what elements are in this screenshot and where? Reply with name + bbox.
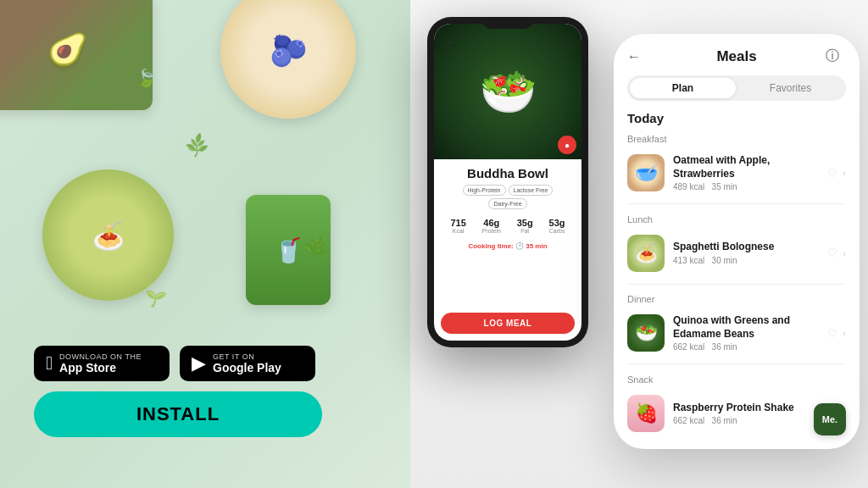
oatmeal-chevron-icon[interactable]: › bbox=[843, 168, 846, 178]
app-store-text: Download on the App Store bbox=[59, 352, 142, 374]
quinoa-chevron-icon[interactable]: › bbox=[843, 328, 846, 338]
stat-carbs: 53g Carbs bbox=[549, 218, 565, 234]
google-play-mainlabel: Google Play bbox=[213, 361, 281, 374]
dinner-label: Dinner bbox=[627, 294, 846, 304]
install-button[interactable]: INSTALL bbox=[34, 391, 322, 437]
lunch-item[interactable]: 🍝 Spaghetti Bolognese 413 kcal 30 min ♡ … bbox=[627, 231, 846, 275]
quinoa-image: 🥗 bbox=[627, 314, 665, 352]
shake-meta: 662 kcal 36 min bbox=[673, 416, 819, 425]
quinoa-meta: 662 kcal 36 min bbox=[673, 342, 819, 352]
quinoa-name: Quinoa with Greens and Edamame Beans bbox=[673, 314, 819, 341]
meals-screen-title: Meals bbox=[648, 48, 826, 65]
apple-icon:  bbox=[46, 352, 53, 374]
pasta-chevron-icon[interactable]: › bbox=[843, 248, 846, 258]
dinner-item[interactable]: 🥗 Quinoa with Greens and Edamame Beans 6… bbox=[627, 311, 846, 355]
phone-dark-mockup: ← ♡ 🥗 ● Buddha Bowl High-Protein Lactose… bbox=[427, 17, 588, 347]
leaf-decoration-1: 🌿 bbox=[183, 131, 212, 159]
pasta-meta: 413 kcal 30 min bbox=[673, 256, 819, 265]
google-play-text: GET IT ON Google Play bbox=[213, 352, 281, 374]
app-store-sublabel: Download on the bbox=[59, 352, 142, 361]
leaf-decoration-4: 🍃 bbox=[136, 68, 157, 88]
phone-dark-screen: ← ♡ 🥗 ● Buddha Bowl High-Protein Lactose… bbox=[434, 24, 581, 341]
snack-label: Snack bbox=[627, 374, 846, 385]
divider-1 bbox=[627, 203, 846, 204]
oatmeal-info: Oatmeal with Apple, Strawberries 489 kca… bbox=[673, 154, 819, 191]
meals-header: ← Meals ⓘ bbox=[627, 47, 846, 69]
divider-3 bbox=[627, 363, 846, 364]
meal-badge: ● bbox=[558, 136, 576, 154]
breakfast-item[interactable]: 🥣 Oatmeal with Apple, Strawberries 489 k… bbox=[627, 151, 846, 195]
food-avocado-toast: 🥑 bbox=[0, 0, 153, 110]
back-icon-dark[interactable]: ← bbox=[446, 36, 458, 49]
stat-kcal: 715 Kcal bbox=[450, 218, 465, 234]
cooking-time-value: 35 min bbox=[526, 242, 547, 250]
stat-protein: 46g Protein bbox=[482, 218, 501, 234]
divider-2 bbox=[627, 284, 846, 285]
google-play-sublabel: GET IT ON bbox=[213, 352, 281, 361]
phones-showcase-area: ← ♡ 🥗 ● Buddha Bowl High-Protein Lactose… bbox=[410, 0, 868, 488]
pasta-info: Spaghetti Bolognese 413 kcal 30 min bbox=[673, 241, 819, 265]
log-meal-button[interactable]: LOG MEAL bbox=[441, 313, 575, 334]
meals-tab-bar: Plan Favorites bbox=[627, 75, 846, 101]
phone-notch bbox=[482, 17, 533, 29]
cooking-time: Cooking time: 🕐 35 min bbox=[442, 242, 573, 250]
meal-stats-row: 715 Kcal 46g Protein 35g Fat 53g Carbs bbox=[442, 214, 573, 238]
pasta-heart-icon[interactable]: ♡ bbox=[827, 247, 837, 259]
store-buttons-group:  Download on the App Store ▶ GET IT ON … bbox=[34, 346, 322, 381]
shake-info: Raspberry Protein Shake 662 kcal 36 min bbox=[673, 402, 819, 426]
left-cta-area:  Download on the App Store ▶ GET IT ON … bbox=[34, 346, 322, 437]
oatmeal-image: 🥣 bbox=[627, 154, 665, 191]
phone-white-mockup: ← Meals ⓘ Plan Favorites Today Breakfast… bbox=[614, 34, 860, 449]
food-pasta: 🍝 bbox=[42, 169, 174, 301]
buddha-bowl-image: ← ♡ 🥗 ● bbox=[434, 24, 581, 159]
meal-detail-info: Buddha Bowl High-Protein Lactose Free Da… bbox=[434, 159, 581, 313]
day-label: Today bbox=[627, 111, 846, 125]
shake-name: Raspberry Protein Shake bbox=[673, 402, 819, 415]
tag-high-protein: High-Protein bbox=[463, 185, 506, 196]
quinoa-info: Quinoa with Greens and Edamame Beans 662… bbox=[673, 314, 819, 352]
meals-info-button[interactable]: ⓘ bbox=[826, 47, 846, 65]
tab-favorites[interactable]: Favorites bbox=[737, 78, 843, 98]
oatmeal-meta: 489 kcal 35 min bbox=[673, 182, 819, 191]
heart-icon-dark[interactable]: ♡ bbox=[559, 36, 570, 49]
meal-tags: High-Protein Lactose Free Dairy-Free bbox=[442, 185, 573, 209]
app-store-button[interactable]:  Download on the App Store bbox=[34, 346, 170, 381]
quinoa-heart-icon[interactable]: ♡ bbox=[827, 327, 837, 340]
avatar-button[interactable]: Me. bbox=[814, 403, 846, 435]
oatmeal-actions: ♡ › bbox=[827, 167, 846, 180]
breakfast-label: Breakfast bbox=[627, 134, 846, 144]
tag-lactose-free: Lactose Free bbox=[509, 185, 554, 196]
google-play-icon: ▶ bbox=[192, 352, 206, 374]
quinoa-actions: ♡ › bbox=[827, 327, 846, 340]
oatmeal-heart-icon[interactable]: ♡ bbox=[827, 167, 837, 180]
lunch-label: Lunch bbox=[627, 214, 846, 225]
pasta-name: Spaghetti Bolognese bbox=[673, 241, 819, 254]
oatmeal-name: Oatmeal with Apple, Strawberries bbox=[673, 154, 819, 180]
meal-title: Buddha Bowl bbox=[442, 166, 573, 180]
food-oatmeal-bowl: 🫐 bbox=[220, 0, 356, 119]
stat-fat: 35g Fat bbox=[517, 218, 533, 234]
tab-plan[interactable]: Plan bbox=[630, 78, 736, 98]
pasta-actions: ♡ › bbox=[827, 247, 846, 259]
meals-back-button[interactable]: ← bbox=[627, 49, 648, 64]
meals-screen: ← Meals ⓘ Plan Favorites Today Breakfast… bbox=[614, 34, 860, 449]
google-play-button[interactable]: ▶ GET IT ON Google Play bbox=[180, 346, 315, 381]
shake-image: 🍓 bbox=[627, 395, 665, 432]
pasta-image: 🍝 bbox=[627, 235, 665, 272]
app-store-mainlabel: App Store bbox=[59, 361, 142, 374]
tag-dairy-free: Dairy-Free bbox=[488, 198, 526, 209]
